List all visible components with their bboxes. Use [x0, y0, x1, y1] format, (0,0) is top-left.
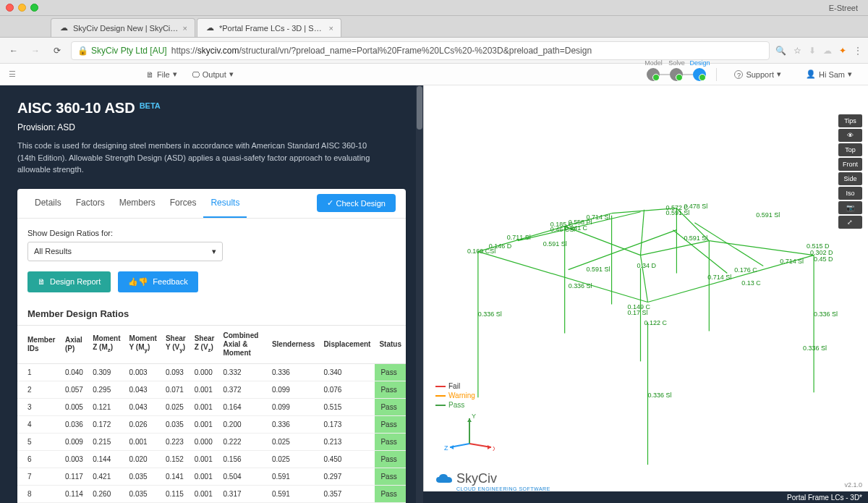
axis-gizmo: X Y Z	[444, 411, 495, 455]
design-code-title: AISC 360-10 ASD BETA	[17, 100, 406, 117]
beam-label: 0.591 Sl	[756, 211, 780, 219]
filter-select[interactable]: All Results ▾	[27, 242, 223, 261]
status-badge: Pass	[375, 363, 406, 381]
status-badge: Pass	[375, 433, 406, 450]
user-menu[interactable]: 👤 Hi Sam ▾	[799, 69, 859, 79]
output-menu[interactable]: 🖵 Output ▾	[184, 69, 241, 79]
download-icon[interactable]: ⬇	[809, 46, 816, 56]
beam-label: 0.122 C	[644, 319, 667, 326]
check-design-button[interactable]: ✓ Check Design	[317, 194, 396, 212]
tab-members[interactable]: Members	[112, 189, 163, 218]
workflow-stepper: Model Solve Design	[647, 68, 706, 81]
viewport-toolbar: Tips 👁 Top Front Side Iso 📷 ⤢	[838, 114, 862, 229]
beta-badge: BETA	[140, 101, 161, 110]
step-model[interactable]: Model	[647, 68, 660, 81]
view-iso-button[interactable]: Iso	[838, 187, 862, 200]
ext-icon[interactable]: ✦	[839, 46, 846, 56]
address-bar: ← → ⟳ 🔒 SkyCiv Pty Ltd [AU] https://skyc…	[0, 38, 868, 64]
browser-tab[interactable]: ☁ SkyCiv Design New | SkyCiv C ×	[51, 18, 195, 37]
monitor-icon: 🖵	[192, 70, 200, 79]
design-ratios-table: Member IDs Axial (P) MomentZ (Mz) Moment…	[17, 325, 406, 504]
table-row[interactable]: 70.1170.4210.0350.1410.0010.5040.5910.29…	[17, 468, 406, 485]
close-icon[interactable]: ×	[183, 24, 187, 33]
svg-text:X: X	[493, 445, 495, 452]
beam-label: 0.45 D	[814, 255, 833, 263]
col-axial: Axial (P)	[61, 325, 88, 363]
step-solve[interactable]: Solve	[670, 68, 683, 81]
back-button[interactable]: ←	[6, 43, 22, 59]
beam-label: 0.336 Sl	[478, 310, 502, 318]
forward-button: →	[27, 43, 43, 59]
legend: Fail Warning Pass	[435, 382, 475, 410]
step-design[interactable]: Design	[693, 68, 706, 81]
status-badge: Pass	[375, 468, 406, 485]
table-title: Member Design Ratios	[17, 303, 406, 325]
col-slender: Slenderness	[268, 325, 319, 363]
beam-label: 0.591 Sl	[587, 266, 610, 273]
file-menu[interactable]: 🗎 File ▾	[139, 69, 184, 79]
star-icon[interactable]: ☆	[793, 46, 801, 56]
cloud-icon: ☁	[59, 23, 69, 33]
menu-icon[interactable]: ⋮	[854, 46, 862, 56]
svg-line-18	[640, 210, 644, 255]
tab-details[interactable]: Details	[27, 189, 69, 218]
beam-label: 0.17 Sl	[628, 309, 648, 316]
table-row[interactable]: 50.0090.2150.0010.2230.0000.2220.0250.21…	[17, 433, 406, 450]
chevron-down-icon: ▾	[173, 69, 177, 79]
fullscreen-button[interactable]: ⤢	[838, 216, 862, 229]
table-row[interactable]: 10.0400.3090.0030.0930.0000.3320.3360.34…	[17, 363, 406, 381]
browser-tab[interactable]: ☁ *Portal Frame LCs - 3D | SkyC ×	[197, 18, 341, 37]
legend-pass: Pass	[448, 401, 464, 409]
tab-factors[interactable]: Factors	[69, 189, 112, 218]
table-row[interactable]: 40.0360.1720.0260.0350.0010.2000.3360.17…	[17, 415, 406, 433]
window-close-icon[interactable]	[6, 4, 14, 12]
col-status: Status	[375, 325, 406, 363]
col-my: MomentY (My)	[125, 325, 161, 363]
check-icon	[676, 74, 683, 81]
search-icon[interactable]: 🔍	[775, 46, 786, 56]
user-icon: 👤	[806, 69, 816, 79]
beam-label: 0.591 Sl	[665, 209, 689, 216]
table-row[interactable]: 20.0570.2950.0430.0710.0010.3720.0990.07…	[17, 381, 406, 398]
document-icon: 🗎	[38, 277, 46, 286]
tab-forces[interactable]: Forces	[163, 189, 204, 218]
camera-button[interactable]: 📷	[838, 201, 862, 214]
window-min-icon[interactable]	[18, 4, 26, 12]
tips-button[interactable]: Tips	[838, 114, 862, 127]
beam-label: 0.591 Sl	[543, 240, 567, 248]
check-icon: ✓	[327, 198, 333, 208]
table-row[interactable]: 80.1140.2600.0350.1150.0010.3170.5910.35…	[17, 485, 406, 502]
design-tabs: Details Factors Members Forces Results ✓…	[17, 189, 406, 219]
svg-line-22	[694, 223, 763, 266]
profile-label: E-Street	[829, 4, 862, 12]
url-field[interactable]: 🔒 SkyCiv Pty Ltd [AU] https://skyciv.com…	[71, 41, 770, 60]
table-row[interactable]: 30.0050.1210.0430.0250.0010.1640.0990.51…	[17, 398, 406, 415]
legend-warning: Warning	[448, 392, 475, 400]
table-row[interactable]: 60.0030.1440.0200.1520.0010.1560.0250.45…	[17, 450, 406, 468]
beam-label: 0.336 Sl	[647, 392, 671, 399]
skyciv-logo: SkyCiv CLOUD ENGINEERING SOFTWARE	[435, 471, 550, 491]
beam-label: 0.336 Sl	[814, 310, 838, 318]
window-titlebar: E-Street	[0, 0, 868, 16]
support-menu[interactable]: ? Support ▾	[727, 69, 788, 79]
feedback-button[interactable]: 👍👎 Feedback	[118, 271, 197, 292]
status-bar: Portal Frame LCs - 3D*	[423, 491, 868, 503]
view-front-button[interactable]: Front	[838, 158, 862, 171]
hamburger-icon[interactable]: ☰	[9, 69, 16, 79]
close-icon[interactable]: ×	[329, 24, 333, 33]
ext-icon[interactable]: ☁	[823, 46, 832, 56]
view-top-button[interactable]: Top	[838, 143, 862, 156]
view-side-button[interactable]: Side	[838, 172, 862, 185]
scrollbar[interactable]	[416, 85, 423, 503]
visibility-button[interactable]: 👁	[838, 129, 862, 142]
viewport-3d[interactable]: Tips 👁 Top Front Side Iso 📷 ⤢	[423, 85, 868, 503]
svg-line-15	[709, 241, 814, 255]
beam-label: 0.336 Sl	[803, 345, 827, 352]
svg-line-11	[640, 241, 709, 255]
reload-button[interactable]: ⟳	[49, 43, 65, 59]
col-vy: ShearY (Vy)	[161, 325, 190, 363]
status-badge: Pass	[375, 398, 406, 415]
window-max-icon[interactable]	[30, 4, 38, 12]
design-report-button[interactable]: 🗎 Design Report	[27, 271, 111, 292]
tab-results[interactable]: Results	[203, 189, 247, 218]
